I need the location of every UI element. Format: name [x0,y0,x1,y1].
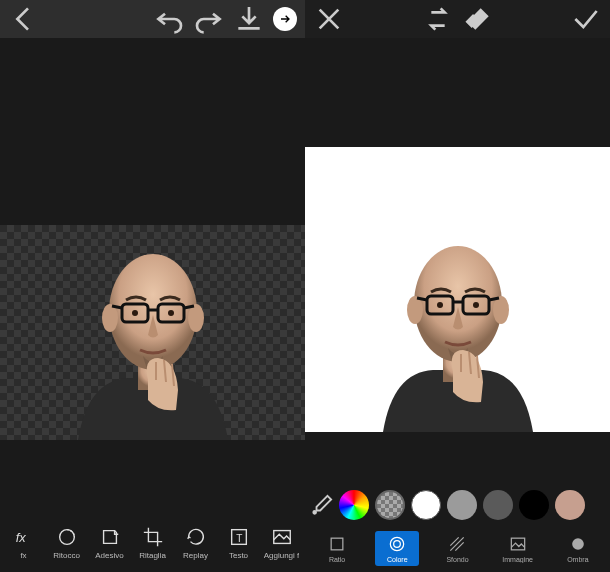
tool-label: Adesivo [95,551,123,560]
tab-label: Ratio [329,556,345,563]
switch-button[interactable] [422,3,454,35]
svg-line-23 [417,298,427,300]
tab-label: Ombra [567,556,588,563]
left-image-frame [0,225,305,440]
svg-rect-28 [331,538,343,550]
color-swatch-row [305,486,610,524]
tool-testo[interactable]: T Testo [219,526,259,560]
tool-ritocco[interactable]: Ritocco [47,526,87,560]
svg-text:T: T [236,533,242,544]
tool-label: Ritaglia [139,551,166,560]
swatch-transparent[interactable] [375,490,405,520]
swatch-gray-light[interactable] [447,490,477,520]
svg-text:fx: fx [15,530,26,545]
svg-line-7 [112,306,122,308]
svg-point-27 [313,511,316,514]
undo-button[interactable] [153,3,185,35]
svg-line-8 [184,306,194,308]
swatch-gray-dark[interactable] [483,490,513,520]
svg-point-25 [437,302,443,308]
tool-label: Replay [183,551,208,560]
tool-label: Aggiungi f [264,551,300,560]
download-button[interactable] [233,3,265,35]
tab-ratio[interactable]: Ratio [315,531,359,566]
editor-panel-left: fx fx Ritocco Adesivo Ritaglia Replay T … [0,0,305,572]
tab-colore[interactable]: Colore [375,531,419,566]
svg-point-26 [473,302,479,308]
svg-point-12 [59,530,74,545]
tab-label: Sfondo [446,556,468,563]
background-tabbar: Ratio Colore Sfondo Immagine Ombra [305,524,610,572]
back-button[interactable] [8,3,40,35]
tool-fx[interactable]: fx fx [4,526,44,560]
tab-label: Immagine [502,556,533,563]
eraser-button[interactable] [462,3,494,35]
svg-point-9 [132,310,138,316]
svg-point-30 [394,540,401,547]
portrait-left [48,230,258,440]
tab-immagine[interactable]: Immagine [496,531,540,566]
swatch-tan[interactable] [555,490,585,520]
tool-ritaglia[interactable]: Ritaglia [133,526,173,560]
left-toolbar: fx fx Ritocco Adesivo Ritaglia Replay T … [0,512,305,572]
swatch-black[interactable] [519,490,549,520]
confirm-button[interactable] [570,3,602,35]
tool-label: Testo [229,551,248,560]
svg-point-29 [391,537,404,550]
svg-point-10 [168,310,174,316]
right-image-frame [305,147,610,432]
eyedropper-button[interactable] [311,494,333,516]
svg-rect-31 [511,538,524,550]
left-topbar [0,0,305,38]
tab-sfondo[interactable]: Sfondo [435,531,479,566]
right-topbar [305,0,610,38]
tool-replay[interactable]: Replay [176,526,216,560]
tool-adesivo[interactable]: Adesivo [90,526,130,560]
svg-point-32 [572,538,584,550]
close-button[interactable] [313,3,345,35]
svg-line-24 [489,298,499,300]
portrait-right [353,222,563,432]
tool-aggiungi[interactable]: Aggiungi f [262,526,302,560]
swatch-rainbow[interactable] [339,490,369,520]
tab-ombra[interactable]: Ombra [556,531,600,566]
next-button[interactable] [273,7,297,31]
left-canvas[interactable] [0,38,305,512]
tab-label: Colore [387,556,408,563]
tool-label: Ritocco [53,551,80,560]
redo-button[interactable] [193,3,225,35]
swatch-white[interactable] [411,490,441,520]
right-canvas[interactable] [305,38,610,480]
editor-panel-right: Ratio Colore Sfondo Immagine Ombra [305,0,610,572]
right-bottom-panel: Ratio Colore Sfondo Immagine Ombra [305,480,610,572]
tool-label: fx [20,551,26,560]
